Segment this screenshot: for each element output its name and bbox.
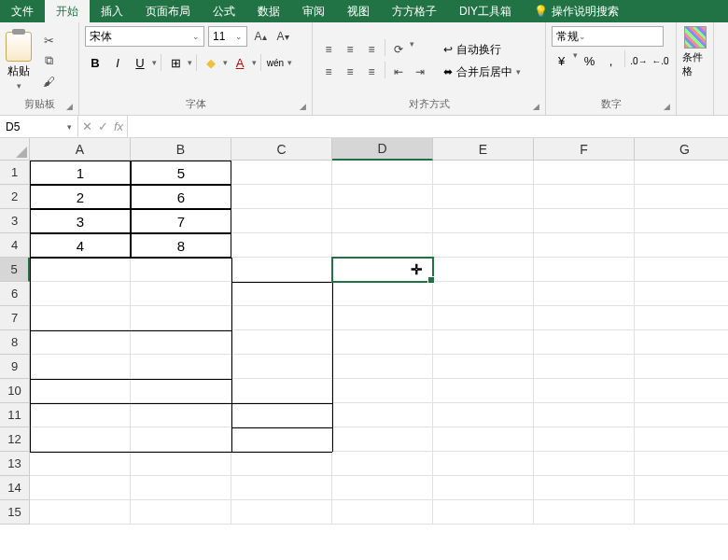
align-middle-button[interactable]: ≡ [340, 39, 360, 60]
tab-数据[interactable]: 数据 [246, 0, 291, 22]
cell-G10[interactable] [635, 379, 728, 403]
row-header-4[interactable]: 4 [0, 233, 30, 258]
cell-G3[interactable] [635, 209, 728, 233]
cell-A6[interactable] [30, 282, 131, 306]
cell-E10[interactable] [433, 379, 534, 403]
cell-D7[interactable] [332, 306, 433, 330]
cell-G1[interactable] [635, 161, 728, 185]
col-header-G[interactable]: G [635, 138, 728, 161]
cell-B2[interactable]: 6 [131, 185, 231, 209]
cell-E14[interactable] [433, 476, 534, 500]
tab-文件[interactable]: 文件 [0, 0, 45, 22]
col-header-D[interactable]: D [332, 138, 433, 161]
cell-C6[interactable] [231, 282, 332, 306]
conditional-format-button[interactable]: 条件格 [682, 26, 707, 78]
cell-B9[interactable] [131, 355, 231, 379]
cell-A2[interactable]: 2 [30, 185, 131, 209]
cell-A11[interactable] [30, 403, 131, 427]
merge-center-button[interactable]: ⬌合并后居中▾ [440, 62, 525, 82]
tab-页面布局[interactable]: 页面布局 [134, 0, 202, 22]
cell-C11[interactable] [231, 403, 332, 427]
align-bottom-button[interactable]: ≡ [361, 39, 382, 60]
cell-B3[interactable]: 7 [131, 209, 231, 233]
dialog-launcher-icon[interactable]: ◢ [533, 102, 539, 111]
cell-B7[interactable] [131, 306, 231, 330]
tab-插入[interactable]: 插入 [90, 0, 134, 22]
cell-B11[interactable] [131, 403, 231, 427]
tab-开始[interactable]: 开始 [45, 0, 90, 22]
cell-B4[interactable]: 8 [131, 233, 231, 258]
cell-B6[interactable] [131, 282, 231, 306]
cell-D9[interactable] [332, 355, 433, 379]
copy-icon[interactable]: ⧉ [41, 53, 56, 68]
dialog-launcher-icon[interactable]: ◢ [300, 102, 306, 111]
chevron-down-icon[interactable]: ▾ [252, 58, 257, 67]
cell-F10[interactable] [534, 379, 635, 403]
font-size-combo[interactable]: 11⌄ [208, 26, 247, 47]
row-header-11[interactable]: 11 [0, 403, 30, 427]
row-header-1[interactable]: 1 [0, 161, 30, 185]
cell-G13[interactable] [635, 452, 728, 476]
cancel-icon[interactable]: ✕ [82, 119, 92, 133]
formula-input[interactable] [128, 116, 728, 137]
cell-E13[interactable] [433, 452, 534, 476]
cell-E12[interactable] [433, 427, 534, 452]
dialog-launcher-icon[interactable]: ◢ [66, 102, 73, 111]
cell-G6[interactable] [635, 282, 728, 306]
chevron-down-icon[interactable]: ▾ [410, 39, 414, 60]
increase-font-button[interactable]: A▴ [251, 27, 270, 46]
cell-A13[interactable] [30, 452, 131, 476]
cell-D6[interactable] [332, 282, 433, 306]
fx-icon[interactable]: fx [114, 119, 123, 133]
chevron-down-icon[interactable]: ▾ [223, 58, 228, 67]
phonetic-button[interactable]: wén [265, 52, 286, 73]
col-header-A[interactable]: A [30, 138, 131, 161]
cell-B14[interactable] [131, 476, 231, 500]
row-header-13[interactable]: 13 [0, 452, 30, 476]
cell-D3[interactable] [332, 209, 433, 233]
cell-F12[interactable] [534, 427, 635, 452]
row-header-10[interactable]: 10 [0, 379, 30, 403]
align-left-button[interactable]: ≡ [318, 62, 339, 82]
row-header-5[interactable]: 5 [0, 258, 30, 282]
cell-C7[interactable] [231, 306, 332, 330]
cell-C12[interactable] [231, 427, 332, 452]
font-color-button[interactable]: A [230, 52, 250, 73]
cell-F2[interactable] [534, 185, 635, 209]
cell-C13[interactable] [231, 452, 332, 476]
cell-F4[interactable] [534, 233, 635, 258]
cell-D1[interactable] [332, 161, 433, 185]
cell-B1[interactable]: 5 [131, 161, 231, 185]
col-header-F[interactable]: F [534, 138, 635, 161]
chevron-down-icon[interactable]: ▾ [152, 58, 157, 67]
cell-G7[interactable] [635, 306, 728, 330]
cell-E11[interactable] [433, 403, 534, 427]
align-center-button[interactable]: ≡ [340, 62, 360, 82]
cell-A3[interactable]: 3 [30, 209, 131, 233]
select-all-corner[interactable] [0, 138, 30, 161]
cell-G5[interactable] [635, 258, 728, 282]
cell-F7[interactable] [534, 306, 635, 330]
bold-button[interactable]: B [85, 52, 105, 73]
cell-E4[interactable] [433, 233, 534, 258]
row-header-7[interactable]: 7 [0, 306, 30, 330]
cell-D12[interactable] [332, 427, 433, 452]
decrease-decimal-button[interactable]: ←.0 [651, 50, 670, 71]
cell-A15[interactable] [30, 500, 131, 525]
cell-F13[interactable] [534, 452, 635, 476]
row-header-6[interactable]: 6 [0, 282, 30, 306]
wrap-text-button[interactable]: ↩自动换行 [440, 39, 525, 60]
cell-C8[interactable] [231, 330, 332, 355]
cell-C4[interactable] [231, 233, 332, 258]
cell-D5[interactable] [332, 258, 433, 282]
row-header-8[interactable]: 8 [0, 330, 30, 355]
cell-G8[interactable] [635, 330, 728, 355]
cell-B10[interactable] [131, 379, 231, 403]
col-header-E[interactable]: E [433, 138, 534, 161]
cell-F9[interactable] [534, 355, 635, 379]
format-painter-icon[interactable]: 🖌 [41, 74, 56, 89]
cell-A9[interactable] [30, 355, 131, 379]
comma-button[interactable]: , [601, 50, 621, 71]
col-header-B[interactable]: B [131, 138, 231, 161]
cell-G2[interactable] [635, 185, 728, 209]
